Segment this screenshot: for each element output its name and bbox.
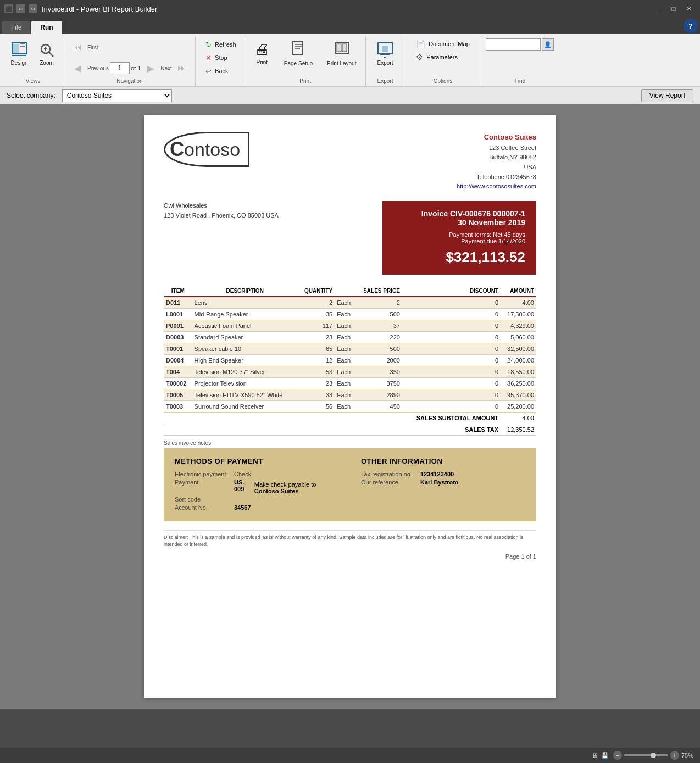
page-setup-button[interactable]: Page Setup (279, 38, 318, 68)
cell-amount: 18,550.00 (501, 366, 536, 377)
cell-qty: 23 (298, 377, 335, 389)
svg-marker-17 (382, 46, 388, 52)
redo-icon[interactable]: ↪ (29, 4, 37, 13)
cell-description: Acoustic Foam Panel (192, 320, 298, 331)
ribbon-group-print: 🖨 Print Page Setup (245, 36, 366, 86)
help-button[interactable]: ? (684, 19, 698, 33)
undo-icon[interactable]: ↩ (16, 4, 25, 13)
ribbon-group-export: Export Export (366, 36, 404, 86)
first-button[interactable]: ⏮ (69, 38, 86, 56)
ribbon: Design Zoom Views ⏮ (0, 34, 700, 87)
zoom-icon (38, 41, 55, 59)
tab-run[interactable]: Run (31, 21, 62, 34)
find-go-icon: 👤 (544, 41, 552, 48)
cell-price: 500 (355, 308, 402, 320)
stop-button[interactable]: ✕ Stop (200, 52, 240, 64)
cell-discount: 0 (402, 400, 501, 412)
cell-item: D0004 (164, 354, 192, 366)
find-input[interactable] (486, 38, 541, 51)
cell-unit: Each (335, 331, 355, 343)
invoice-box: Invoice CIV-000676 000007-1 30 November … (382, 201, 536, 275)
print-layout-icon (334, 40, 349, 59)
next-button[interactable]: ▶ (142, 59, 159, 77)
table-row: T0001 Speaker cable 10 65 Each 500 0 32,… (164, 343, 536, 354)
export-button[interactable]: Export (373, 38, 398, 69)
cell-amount: 25,200.00 (501, 400, 536, 412)
page-number-input[interactable] (110, 62, 130, 74)
param-bar: Select company: Contoso Suites View Repo… (0, 87, 700, 104)
company-country: USA (457, 163, 536, 172)
find-go-button[interactable]: 👤 (542, 38, 554, 51)
cell-item: T0005 (164, 389, 192, 400)
logo-text: ontoso (184, 139, 240, 160)
tab-bar: File Run ? (0, 18, 700, 34)
payment-value: US-009 (234, 479, 250, 494)
col-amount: AMOUNT (501, 286, 536, 297)
table-row: T00002 Projector Television 23 Each 3750… (164, 377, 536, 389)
invoice-date: 30 November 2019 (393, 218, 525, 227)
table-row: T004 Television M120 37'' Silver 53 Each… (164, 366, 536, 377)
minimize-button[interactable]: ─ (652, 2, 665, 15)
print-layout-button[interactable]: Print Layout (322, 38, 361, 68)
refresh-label: Refresh (215, 41, 236, 48)
cell-discount: 0 (402, 354, 501, 366)
table-row: T0003 Surround Sound Receiver 56 Each 45… (164, 400, 536, 412)
back-button[interactable]: ↩ Back (200, 65, 240, 77)
refresh-button[interactable]: ↻ Refresh (200, 38, 240, 51)
zoom-button[interactable]: Zoom (34, 38, 59, 69)
status-icon-1: 🖥 (592, 752, 598, 759)
zoom-in-button[interactable]: + (670, 751, 679, 760)
zoom-out-button[interactable]: − (613, 751, 622, 760)
cell-description: High End Speaker (192, 354, 298, 366)
print-group-label: Print (299, 78, 311, 84)
svg-line-6 (49, 52, 53, 57)
table-row: P0001 Acoustic Foam Panel 117 Each 37 0 … (164, 320, 536, 331)
cell-description: Surround Sound Receiver (192, 400, 298, 412)
other-info-title: OTHER INFORMATION (361, 457, 525, 465)
company-select[interactable]: Contoso Suites (62, 89, 172, 102)
cell-unit: Each (335, 320, 355, 331)
total-amount: $321,113.52 (393, 249, 525, 266)
last-button[interactable]: ⏭ (173, 59, 191, 77)
table-row: D011 Lens 2 Each 2 0 4.00 (164, 297, 536, 309)
print-label: Print (257, 59, 268, 65)
zoom-thumb (651, 753, 656, 758)
table-row: D0003 Standard Speaker 23 Each 220 0 5,0… (164, 331, 536, 343)
cell-amount: 4,329.00 (501, 320, 536, 331)
design-button[interactable]: Design (7, 38, 32, 69)
view-report-label: View Report (649, 92, 685, 99)
ribbon-group-views: Design Zoom Views (2, 36, 64, 86)
report-area: C ontoso Contoso Suites 123 Coffee Stree… (0, 104, 700, 709)
col-price: SALES PRICE (355, 286, 402, 297)
zoom-slider[interactable] (624, 754, 668, 756)
previous-button[interactable]: ◀ (69, 59, 86, 77)
cell-item: T004 (164, 366, 192, 377)
our-ref-value: Karl Bystrom (420, 479, 458, 486)
ribbon-group-find: 👤 Find (481, 36, 558, 86)
table-header-row: ITEM DESCRIPTION QUANTITY SALES PRICE DI… (164, 286, 536, 297)
cell-qty: 12 (298, 354, 335, 366)
account-value: 34567 (234, 504, 251, 511)
cell-price: 450 (355, 400, 402, 412)
subtotal-row: SALES SUBTOTAL AMOUNT 4.00 (164, 412, 536, 424)
cell-qty: 33 (298, 389, 335, 400)
company-logo: C ontoso (164, 132, 249, 167)
document-map-option[interactable]: 📄 Document Map (414, 38, 472, 49)
cell-qty: 2 (298, 297, 335, 309)
view-report-button[interactable]: View Report (641, 89, 693, 102)
col-description: DESCRIPTION (192, 286, 298, 297)
sales-notes: Sales invoice notes (164, 440, 536, 446)
print-button[interactable]: 🖨 Print (249, 38, 275, 67)
invoice-table: ITEM DESCRIPTION QUANTITY SALES PRICE DI… (164, 286, 536, 436)
maximize-button[interactable]: □ (667, 2, 680, 15)
cell-item: T0003 (164, 400, 192, 412)
parameters-option[interactable]: ⚙ Parameters (414, 52, 472, 63)
cell-item: L0001 (164, 308, 192, 320)
tab-file[interactable]: File (2, 21, 30, 34)
check-label: Check (234, 471, 289, 477)
company-website: http://www.contososuites.com (457, 182, 536, 192)
electronic-label: Electronic payment (175, 471, 230, 477)
close-button[interactable]: ✕ (682, 2, 696, 15)
ribbon-group-actions: ↻ Refresh ✕ Stop ↩ Back (196, 36, 245, 86)
methods-of-payment: METHODS OF PAYMENT Electronic payment Ch… (175, 457, 339, 513)
